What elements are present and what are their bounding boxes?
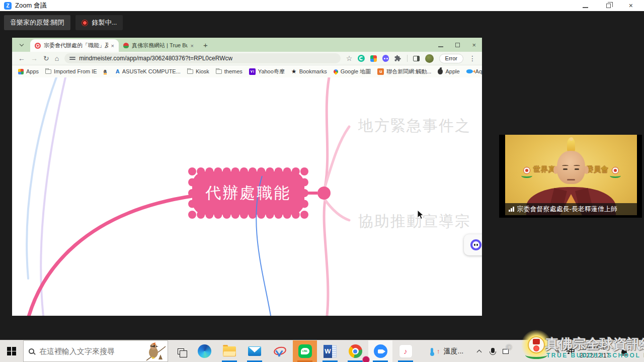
file-explorer-icon <box>223 346 236 356</box>
face-extension-icon[interactable] <box>382 55 389 62</box>
pink-branch-line-bottom <box>324 200 328 316</box>
url-text: mindmeister.com/app/map/3062480376?t=RPL… <box>79 55 232 62</box>
participant-video-tile[interactable]: 世界真佛宗宗務委員會 宗委會督察處處長-長老釋蓮僧上師 <box>499 135 642 218</box>
error-button[interactable]: Error <box>439 54 463 63</box>
folder-icon <box>216 69 222 74</box>
taskbar-search-box[interactable] <box>23 340 168 362</box>
url-bar[interactable]: mindmeister.com/app/map/3062480376?t=RPL… <box>64 53 341 63</box>
browser-close-button[interactable]: × <box>472 41 476 49</box>
tune-icon[interactable] <box>69 56 75 61</box>
task-view-button[interactable] <box>169 340 192 362</box>
taskbar-word-button[interactable]: W <box>318 340 342 362</box>
action-center-button[interactable] <box>618 340 630 362</box>
tray-expand-button[interactable] <box>473 340 485 362</box>
taskbar-zoom-button[interactable] <box>368 340 392 362</box>
bookmark-themes[interactable]: themes <box>216 68 243 74</box>
home-button[interactable]: ⌂ <box>55 55 59 62</box>
record-icon <box>82 20 88 26</box>
music-app-icon: ♪ <box>399 344 413 358</box>
folder-icon <box>187 69 193 74</box>
window-restore-button[interactable] <box>606 1 611 10</box>
taskbar-edge-button[interactable] <box>192 340 216 362</box>
edge-icon <box>198 344 211 358</box>
back-button[interactable]: ← <box>18 55 25 62</box>
mindmap-canvas[interactable]: 代辦處職能 地方緊急事件之 協助推動宣導宗 <box>12 77 482 316</box>
bookmark-yahoo[interactable]: Y!Yahoo奇摩 <box>249 68 285 75</box>
temperature-up-icon: ↑ <box>437 347 440 355</box>
bookmark-google-maps[interactable]: Google 地圖 <box>334 68 371 75</box>
maps-pin-icon <box>333 68 339 75</box>
search-input[interactable] <box>39 347 125 355</box>
taskbar-line-button[interactable]: LINE <box>293 340 317 362</box>
original-sound-button[interactable]: 音樂家的原聲:關閉 <box>4 15 70 30</box>
tray-mic-button[interactable] <box>487 340 498 362</box>
bookmark-bookmarks[interactable]: ★Bookmarks <box>291 68 327 75</box>
browser-toolbar: ← → ↻ ⌂ mindmeister.com/app/map/30624803… <box>12 52 482 65</box>
window-minimize-button[interactable] <box>583 1 588 10</box>
line-app-icon: LINE <box>298 344 312 358</box>
tab-close-icon[interactable]: × <box>111 43 114 49</box>
tab-mindmeister[interactable]: 宗委會代辦處的「職能」及「概.. × <box>30 39 119 52</box>
tray-pen-button[interactable]: ✎ <box>552 340 562 362</box>
extensions-puzzle-icon[interactable] <box>394 55 401 62</box>
bookmark-asus[interactable]: AASUSTeK COMPUTE... <box>116 68 181 74</box>
browser-menu-button[interactable]: ⋮ <box>469 55 476 62</box>
mouse-cursor <box>417 210 424 220</box>
bookmark-imported-from-ie[interactable]: Imported From IE <box>45 68 97 74</box>
tab-close-icon[interactable]: × <box>191 43 194 49</box>
new-tab-button[interactable]: + <box>203 41 208 49</box>
window-close-button[interactable]: × <box>629 2 633 9</box>
mindmeister-favicon <box>35 43 41 49</box>
color-grid-extension-icon[interactable] <box>370 55 377 62</box>
toolbar-divider <box>407 55 408 62</box>
tab-true-buddha[interactable]: 真佛宗務網站 | True Buddha S... × <box>119 39 198 52</box>
taskbar-chrome-button[interactable] <box>343 340 367 362</box>
asus-icon: A <box>116 68 120 74</box>
bookmarks-bar: Apps Imported From IE a AASUSTeK COMPUTE… <box>12 65 482 77</box>
reload-button[interactable]: ↻ <box>43 55 49 62</box>
help-widget-button[interactable] <box>464 234 482 255</box>
taskbar-clock[interactable]: 上午 00:23 2022/12/17 <box>577 343 613 359</box>
bookmark-kiosk[interactable]: Kiosk <box>187 68 209 74</box>
bookmark-aquarium[interactable]: Aquarium Supplies... <box>466 68 482 74</box>
zoom-titlebar: Z Zoom 會議 × <box>0 0 644 11</box>
browser-tabstrip: 宗委會代辦處的「職能」及「概.. × 真佛宗務網站 | True Buddha … <box>12 38 482 52</box>
taskbar-music-button[interactable]: ♪ <box>393 340 418 362</box>
tab-title: 真佛宗務網站 | True Buddha S... <box>132 42 188 49</box>
signal-bars-icon <box>509 207 514 212</box>
side-panel-icon[interactable] <box>413 56 420 61</box>
folder-icon <box>45 69 51 74</box>
tab-title: 宗委會代辦處的「職能」及「概.. <box>44 42 108 49</box>
weather-widget[interactable]: ↑ 溫度... <box>431 340 463 362</box>
start-button[interactable] <box>0 340 23 362</box>
browser-minimize-button[interactable] <box>438 40 443 49</box>
tray-window-button[interactable] <box>500 340 511 362</box>
clock-time: 上午 00:23 <box>577 343 613 351</box>
weather-label: 溫度... <box>444 347 464 356</box>
ime-indicator[interactable]: 中 <box>567 340 577 362</box>
node-connector-dot[interactable] <box>317 187 331 200</box>
minimize-icon <box>583 7 588 8</box>
recording-indicator-button[interactable]: 錄製中... <box>75 15 123 30</box>
profile-avatar[interactable] <box>425 54 434 63</box>
green-circle-extension-icon[interactable] <box>358 55 365 62</box>
taskbar-explorer-button[interactable] <box>217 340 242 362</box>
windows-logo-icon <box>7 347 16 356</box>
bookmark-star-button[interactable]: ☆ <box>346 55 353 62</box>
zoom-logo-icon: Z <box>4 2 12 10</box>
bookmark-apps[interactable]: Apps <box>18 68 39 74</box>
bookmark-udn[interactable]: u聯合新聞網:觸動... <box>377 68 431 75</box>
zoom-window-title: Zoom 會議 <box>15 1 47 10</box>
mindmap-node-ghost-top: 地方緊急事件之 <box>358 116 471 136</box>
bookmark-apple[interactable]: Apple <box>438 68 459 74</box>
bookmark-amazon[interactable]: a <box>104 68 109 74</box>
tab-search-button[interactable] <box>17 40 26 49</box>
mail-icon <box>248 346 261 356</box>
central-node-label[interactable]: 代辦處職能 <box>192 171 304 215</box>
taskbar-mail-button[interactable] <box>243 340 267 362</box>
forward-button[interactable]: → <box>31 55 38 62</box>
chrome-badge-icon <box>362 356 370 362</box>
taskbar-capture-button[interactable] <box>268 340 292 362</box>
browser-maximize-button[interactable] <box>455 40 460 49</box>
participant-name: 宗委會督察處處長-長老釋蓮僧上師 <box>517 205 617 214</box>
